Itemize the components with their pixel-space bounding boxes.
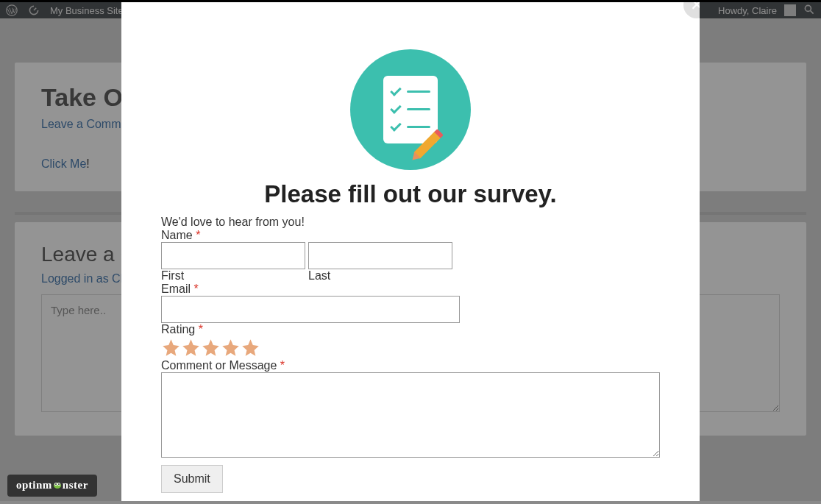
close-icon: ✕ [690, 2, 700, 15]
first-name-input[interactable] [161, 242, 305, 269]
star-1[interactable] [161, 338, 181, 358]
email-label: Email * [161, 283, 660, 296]
svg-point-7 [55, 483, 57, 485]
last-sublabel: Last [308, 269, 452, 283]
survey-modal: ✕ Please fill out our survey. We'd love … [121, 2, 700, 501]
name-label: Name * [161, 229, 660, 242]
modal-title: Please fill out our survey. [121, 180, 700, 208]
clipboard-icon [383, 76, 438, 143]
last-name-input[interactable] [308, 242, 452, 269]
star-4[interactable] [221, 338, 241, 358]
bottom-strip [0, 501, 821, 504]
first-sublabel: First [161, 269, 305, 283]
star-3[interactable] [201, 338, 221, 358]
email-input[interactable] [161, 296, 460, 323]
rating-label: Rating * [161, 323, 660, 336]
submit-button[interactable]: Submit [161, 465, 223, 493]
survey-icon [350, 49, 471, 170]
star-5[interactable] [241, 338, 260, 358]
top-strip [0, 0, 821, 2]
rating-stars [161, 338, 660, 358]
optinmonster-badge[interactable]: optinmnster [7, 475, 97, 497]
form-intro: We'd love to hear from you! [161, 216, 660, 229]
comment-label: Comment or Message * [161, 359, 660, 372]
comment-textarea[interactable] [161, 372, 660, 458]
svg-point-8 [58, 483, 60, 485]
star-2[interactable] [181, 338, 201, 358]
optinmonster-label: optinmnster [16, 479, 88, 491]
